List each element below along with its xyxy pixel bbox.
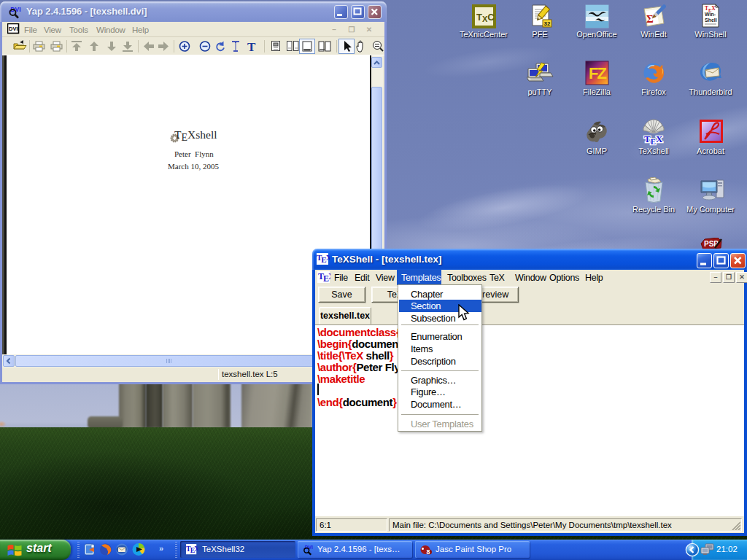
svg-text:»: »: [159, 544, 163, 553]
svg-text:TEX: TEX: [644, 133, 663, 146]
svg-text:8: 8: [427, 548, 430, 556]
svg-text:T: T: [247, 40, 256, 54]
svg-text:FZ: FZ: [589, 64, 606, 82]
svg-text:32: 32: [544, 20, 551, 27]
svg-text:Shell: Shell: [705, 18, 717, 23]
svg-text:Win-: Win-: [705, 12, 716, 17]
svg-text:Σ: Σ: [646, 13, 654, 25]
svg-text:DVI: DVI: [9, 26, 18, 32]
